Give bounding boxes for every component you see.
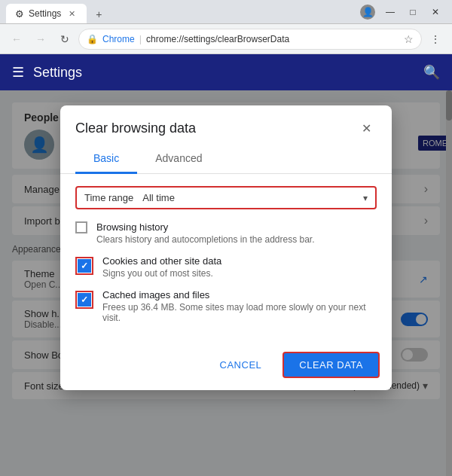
browsing-history-item: Browsing history Clears history and auto… bbox=[75, 221, 377, 245]
page-header: ☰ Settings 🔍 bbox=[0, 54, 452, 90]
browsing-history-checkbox[interactable] bbox=[75, 221, 87, 233]
tab-close-button[interactable]: ✕ bbox=[66, 8, 78, 20]
tab-title: Settings bbox=[29, 8, 61, 19]
cancel-button[interactable]: CANCEL bbox=[205, 353, 277, 377]
maximize-button[interactable]: □ bbox=[402, 2, 423, 23]
cookies-checkbox-wrapper bbox=[75, 257, 93, 275]
forward-button[interactable]: → bbox=[30, 29, 51, 50]
back-button[interactable]: ← bbox=[6, 29, 27, 50]
cached-desc: Frees up 36.4 MB. Some sites may load mo… bbox=[102, 302, 377, 323]
lock-icon: 🔒 bbox=[87, 34, 98, 44]
dialog-tabs: Basic Advanced bbox=[60, 145, 392, 174]
cookies-label: Cookies and other site data bbox=[102, 255, 377, 267]
bookmark-star-icon[interactable]: ☆ bbox=[404, 33, 414, 45]
dialog-title: Clear browsing data bbox=[75, 121, 196, 136]
more-tools-button[interactable]: ⋮ bbox=[425, 29, 446, 50]
page-area: ☰ Settings 🔍 People 👤 Sign in to autom..… bbox=[0, 54, 452, 476]
tab-advanced[interactable]: Advanced bbox=[137, 145, 220, 174]
cached-item: Cached images and files Frees up 36.4 MB… bbox=[75, 289, 377, 323]
time-range-arrow-icon: ▾ bbox=[363, 193, 368, 203]
tab-favicon-icon: ⚙ bbox=[15, 8, 24, 20]
clear-data-button[interactable]: CLEAR DATA bbox=[282, 352, 380, 378]
browsing-history-label: Browsing history bbox=[96, 221, 377, 233]
time-range-label: Time range bbox=[84, 192, 133, 203]
time-range-row: Time range All time Last hour Last 24 ho… bbox=[75, 186, 377, 209]
window-controls: 👤 — □ ✕ bbox=[360, 2, 446, 23]
refresh-button[interactable]: ↻ bbox=[54, 29, 75, 50]
modal-overlay: Clear browsing data ✕ Basic Advanced Tim… bbox=[0, 90, 452, 476]
settings-tab[interactable]: ⚙ Settings ✕ bbox=[6, 4, 87, 23]
hamburger-menu-icon[interactable]: ☰ bbox=[12, 64, 24, 81]
url-text: chrome://settings/clearBrowserData bbox=[146, 34, 399, 44]
cached-checkbox-wrapper bbox=[75, 291, 93, 309]
close-button[interactable]: ✕ bbox=[425, 2, 446, 23]
tab-basic[interactable]: Basic bbox=[75, 145, 137, 174]
cached-checkbox[interactable] bbox=[78, 293, 91, 307]
cookies-desc: Signs you out of most sites. bbox=[102, 268, 377, 279]
cookies-item: Cookies and other site data Signs you ou… bbox=[75, 255, 377, 279]
url-separator: | bbox=[139, 33, 142, 44]
user-icon[interactable]: 👤 bbox=[360, 5, 375, 20]
browsing-history-desc: Clears history and autocompletions in th… bbox=[96, 234, 377, 245]
title-bar: ⚙ Settings ✕ + 👤 — □ ✕ bbox=[0, 0, 452, 24]
browsing-history-text: Browsing history Clears history and auto… bbox=[96, 221, 377, 245]
minimize-button[interactable]: — bbox=[380, 2, 401, 23]
dialog: Clear browsing data ✕ Basic Advanced Tim… bbox=[60, 105, 392, 390]
dialog-header: Clear browsing data ✕ bbox=[60, 105, 392, 145]
cached-text: Cached images and files Frees up 36.4 MB… bbox=[102, 289, 377, 323]
url-box[interactable]: 🔒 Chrome | chrome://settings/clearBrowse… bbox=[78, 29, 422, 50]
time-range-select[interactable]: All time Last hour Last 24 hours Last 7 … bbox=[142, 192, 354, 203]
settings-content: People 👤 Sign in to autom... You can als… bbox=[0, 90, 452, 476]
page-title: Settings bbox=[33, 65, 82, 81]
cached-label: Cached images and files bbox=[102, 289, 377, 301]
url-source: Chrome bbox=[102, 34, 135, 44]
tab-bar: ⚙ Settings ✕ + bbox=[6, 0, 108, 23]
address-bar: ← → ↻ 🔒 Chrome | chrome://settings/clear… bbox=[0, 24, 452, 54]
search-icon[interactable]: 🔍 bbox=[423, 64, 440, 81]
cookies-text: Cookies and other site data Signs you ou… bbox=[102, 255, 377, 279]
new-tab-button[interactable]: + bbox=[90, 5, 108, 23]
dialog-body: Time range All time Last hour Last 24 ho… bbox=[60, 174, 392, 346]
dialog-footer: CANCEL CLEAR DATA bbox=[60, 346, 392, 390]
cookies-checkbox[interactable] bbox=[78, 259, 91, 273]
dialog-close-button[interactable]: ✕ bbox=[356, 117, 377, 139]
